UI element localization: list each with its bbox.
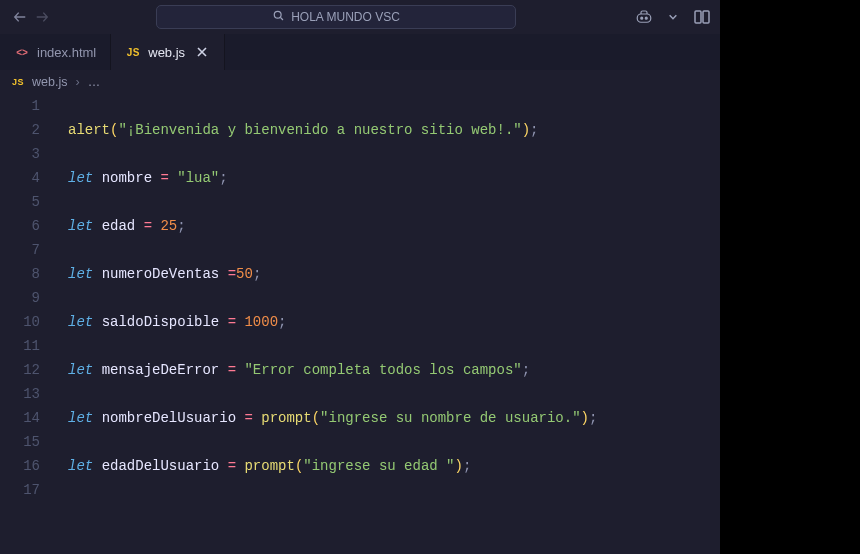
svg-point-3 — [645, 17, 647, 19]
titlebar: HOLA MUNDO VSC — [0, 0, 720, 34]
search-icon — [272, 9, 285, 25]
code-line: console.log(nombreDelUsuario); — [68, 550, 720, 554]
js-file-icon: JS — [125, 44, 141, 60]
chevron-down-icon[interactable] — [668, 7, 678, 27]
nav-back-icon[interactable] — [12, 9, 28, 25]
code-line: alert("¡Bienvenida y bienvenido a nuestr… — [68, 118, 720, 142]
code-line: let edad = 25; — [68, 214, 720, 238]
search-box[interactable]: HOLA MUNDO VSC — [156, 5, 516, 29]
copilot-icon[interactable] — [634, 7, 654, 27]
svg-point-2 — [641, 17, 643, 19]
code-line: let numeroDeVentas =50; — [68, 262, 720, 286]
nav-arrows — [12, 9, 50, 25]
code-line: let nombre = "lua"; — [68, 166, 720, 190]
js-file-icon: JS — [12, 77, 24, 87]
tab-index-html[interactable]: <> index.html — [0, 34, 111, 70]
nav-forward-icon[interactable] — [34, 9, 50, 25]
svg-rect-1 — [637, 14, 651, 22]
gutter: 1 2 3 4 5 6 7 8 9 10 11 12 13 14 15 16 1… — [0, 94, 56, 554]
search-text: HOLA MUNDO VSC — [291, 10, 400, 24]
breadcrumb-trail: … — [88, 75, 101, 89]
tab-web-js[interactable]: JS web.js — [111, 34, 225, 70]
chevron-right-icon: › — [75, 75, 79, 89]
code-line: let mensajeDeError = "Error completa tod… — [68, 358, 720, 382]
tab-label: index.html — [37, 45, 96, 60]
tab-label: web.js — [148, 45, 185, 60]
svg-rect-4 — [695, 11, 701, 23]
svg-rect-5 — [703, 11, 709, 23]
editor[interactable]: 1 2 3 4 5 6 7 8 9 10 11 12 13 14 15 16 1… — [0, 94, 720, 554]
breadcrumb-file: web.js — [32, 75, 67, 89]
code-line — [68, 502, 720, 526]
code-line: let saldoDispoible = 1000; — [68, 310, 720, 334]
layout-icon[interactable] — [692, 7, 712, 27]
svg-point-0 — [274, 11, 281, 18]
tab-bar: <> index.html JS web.js — [0, 34, 720, 70]
command-center[interactable]: HOLA MUNDO VSC — [58, 5, 614, 29]
breadcrumb[interactable]: JS web.js › … — [0, 70, 720, 94]
close-icon[interactable] — [194, 44, 210, 60]
vscode-window: HOLA MUNDO VSC <> index.html JS web.js — [0, 0, 720, 554]
titlebar-right-icons — [634, 7, 712, 27]
html-file-icon: <> — [14, 44, 30, 60]
code-area[interactable]: alert("¡Bienvenida y bienvenido a nuestr… — [56, 94, 720, 554]
code-line: let edadDelUsuario = prompt("ingrese su … — [68, 454, 720, 478]
code-line: let nombreDelUsuario = prompt("ingrese s… — [68, 406, 720, 430]
